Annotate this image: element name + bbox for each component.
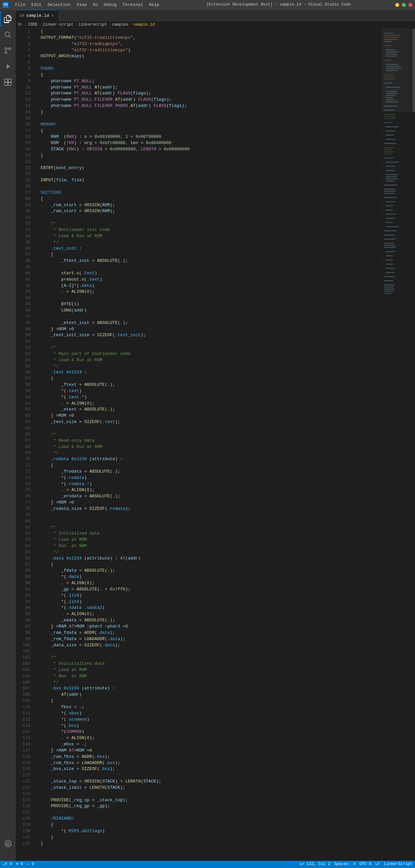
tab-icon: LD xyxy=(20,13,24,19)
breadcrumb-sep4: › xyxy=(108,22,110,28)
breadcrumb-sep3: › xyxy=(75,22,77,28)
menu-selection[interactable]: Selection xyxy=(45,1,73,9)
svg-rect-15 xyxy=(384,41,392,42)
svg-rect-45 xyxy=(386,135,394,136)
minimap[interactable] xyxy=(382,29,415,861)
svg-rect-6 xyxy=(8,79,11,82)
svg-rect-49 xyxy=(384,149,392,150)
activity-debug[interactable] xyxy=(0,59,16,74)
svg-rect-55 xyxy=(386,170,395,171)
svg-rect-78 xyxy=(386,251,395,252)
statusbar: ⎇ 0 ⊗ 0 ⚠ 0 Ln 132, Col 2 Spaces: 4 UTF-… xyxy=(0,861,415,868)
svg-rect-39 xyxy=(384,114,395,115)
breadcrumb: H: › CODE › linker-script › linkerscript… xyxy=(16,21,415,29)
code-editor[interactable]: 1 { 2 OUTPUT_FORMAT("elf32-tradlittlemip… xyxy=(16,29,382,861)
close-button[interactable] xyxy=(408,3,412,7)
svg-rect-69 xyxy=(386,218,395,219)
menu-debug[interactable]: Debug xyxy=(101,1,119,9)
menu-help[interactable]: Help xyxy=(146,1,162,9)
svg-rect-23 xyxy=(386,66,401,67)
svg-rect-88 xyxy=(384,289,394,290)
svg-rect-62 xyxy=(384,191,395,192)
svg-rect-30 xyxy=(386,87,401,88)
tab-close-button[interactable]: × xyxy=(51,13,54,18)
menu-view[interactable]: View xyxy=(74,1,90,9)
breadcrumb-file[interactable]: sample.ld xyxy=(133,22,155,28)
indentation[interactable]: Spaces: 4 xyxy=(334,861,355,867)
encoding[interactable]: UTF-8 xyxy=(359,861,371,867)
svg-rect-81 xyxy=(386,264,393,265)
svg-rect-36 xyxy=(386,101,399,102)
editor-area[interactable]: 1 { 2 OUTPUT_FORMAT("elf32-tradlittlemip… xyxy=(16,29,415,861)
svg-rect-76 xyxy=(384,245,395,246)
breadcrumb-linker-script[interactable]: linker-script xyxy=(43,22,74,28)
svg-rect-79 xyxy=(386,255,393,256)
menu-go[interactable]: Go xyxy=(90,1,101,9)
activity-explorer[interactable] xyxy=(0,11,16,27)
svg-rect-33 xyxy=(386,95,395,96)
svg-rect-37 xyxy=(384,105,397,106)
breadcrumb-samples[interactable]: samples xyxy=(112,22,128,28)
svg-rect-68 xyxy=(386,214,396,215)
svg-rect-87 xyxy=(384,286,394,287)
svg-rect-27 xyxy=(384,76,394,77)
svg-rect-66 xyxy=(386,206,393,207)
svg-rect-57 xyxy=(386,176,397,177)
warnings-count[interactable]: ⚠ 0 xyxy=(27,861,34,867)
language-mode[interactable]: LinkerScript xyxy=(384,861,412,867)
svg-rect-29 xyxy=(384,83,392,84)
git-branch[interactable]: ⎇ 0 xyxy=(3,861,12,867)
svg-rect-52 xyxy=(384,158,394,158)
svg-rect-14 xyxy=(384,39,397,40)
menu-terminal[interactable]: Terminal xyxy=(120,1,146,9)
svg-rect-61 xyxy=(384,189,395,190)
activity-scm[interactable] xyxy=(0,43,16,59)
svg-rect-7 xyxy=(5,83,7,86)
svg-rect-85 xyxy=(384,280,393,281)
breadcrumb-sep5: › xyxy=(130,22,132,28)
svg-rect-47 xyxy=(384,143,396,144)
svg-rect-54 xyxy=(386,166,395,167)
breadcrumb-sep2: › xyxy=(39,22,41,28)
titlebar-controls xyxy=(395,3,412,7)
svg-rect-65 xyxy=(386,201,395,202)
svg-rect-71 xyxy=(386,226,399,227)
svg-point-0 xyxy=(5,48,7,50)
svg-rect-58 xyxy=(386,178,399,179)
breadcrumb-code[interactable]: CODE xyxy=(28,22,38,28)
svg-rect-46 xyxy=(386,139,395,140)
svg-rect-25 xyxy=(386,70,398,71)
errors-count[interactable]: ⊗ 0 xyxy=(16,861,23,867)
svg-rect-89 xyxy=(384,291,394,292)
titlebar: VS File Edit Selection View Go Debug Ter… xyxy=(0,0,415,10)
svg-rect-64 xyxy=(384,197,397,198)
svg-rect-20 xyxy=(386,56,397,57)
svg-rect-70 xyxy=(386,222,393,223)
maximize-button[interactable] xyxy=(402,3,406,7)
svg-rect-56 xyxy=(386,174,398,175)
svg-rect-48 xyxy=(384,147,394,148)
svg-rect-21 xyxy=(384,60,392,61)
menu-file[interactable]: File xyxy=(12,1,28,9)
tab-sample-ld[interactable]: LD sample.ld × xyxy=(16,10,58,21)
activity-search[interactable] xyxy=(0,27,16,43)
minimize-button[interactable] xyxy=(395,3,399,7)
breadcrumb-h[interactable]: H: xyxy=(19,22,23,28)
statusbar-right: Ln 132, Col 2 Spaces: 4 UTF-8 LF LinkerS… xyxy=(299,861,412,867)
svg-rect-26 xyxy=(384,74,394,75)
svg-rect-40 xyxy=(384,116,395,117)
svg-rect-18 xyxy=(386,52,399,53)
svg-rect-80 xyxy=(386,259,393,260)
menu-edit[interactable]: Edit xyxy=(29,1,44,9)
titlebar-title: [Extension Development Host] - sample.ld… xyxy=(162,2,395,7)
titlebar-menus: File Edit Selection View Go Debug Termin… xyxy=(12,1,162,9)
activity-extensions[interactable] xyxy=(0,74,16,90)
svg-rect-42 xyxy=(384,122,392,123)
breadcrumb-linkerscript[interactable]: linkerscript xyxy=(78,22,106,28)
svg-rect-59 xyxy=(386,181,395,182)
line-ending[interactable]: LF xyxy=(375,861,380,867)
svg-rect-77 xyxy=(384,247,395,248)
svg-rect-72 xyxy=(384,230,396,231)
activity-settings[interactable] xyxy=(0,836,16,851)
cursor-position[interactable]: Ln 132, Col 2 xyxy=(299,861,330,867)
